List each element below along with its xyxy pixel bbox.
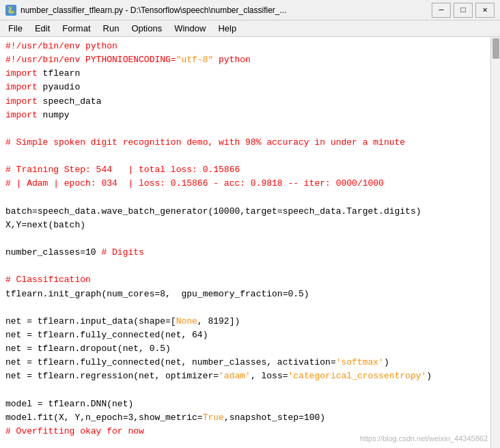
close-button[interactable]: ✕ xyxy=(475,3,495,18)
line-5: import speech_data xyxy=(5,95,485,109)
line-overfit: # Overfitting okay for now xyxy=(5,425,485,438)
line-xy: X,Y=next(batch) xyxy=(5,219,485,232)
menu-help[interactable]: Help xyxy=(212,22,242,35)
code-editor[interactable]: #!/usr/bin/env python #!/usr/bin/env PYT… xyxy=(0,37,490,448)
line-batch: batch=speech_data.wave_batch_generator(1… xyxy=(5,205,485,219)
editor-container: #!/usr/bin/env python #!/usr/bin/env PYT… xyxy=(0,37,500,448)
menu-run[interactable]: Run xyxy=(98,22,125,35)
maximize-button[interactable]: □ xyxy=(454,3,473,18)
line-classif: # Classification xyxy=(5,273,485,287)
menu-bar: File Edit Format Run Options Window Help xyxy=(0,20,500,37)
line-blank-8 xyxy=(5,438,485,448)
line-net2: net = tflearn.fully_connected(net, 64) xyxy=(5,328,485,342)
menu-file[interactable]: File xyxy=(3,22,28,35)
line-2: #!/usr/bin/env PYTHONIOENCODING="utf-8" … xyxy=(5,53,485,67)
line-blank-1 xyxy=(5,122,485,136)
minimize-button[interactable]: — xyxy=(432,3,451,18)
menu-edit[interactable]: Edit xyxy=(29,22,55,35)
menu-format[interactable]: Format xyxy=(57,22,96,35)
line-net5: net = tflearn.regression(net, optimizer=… xyxy=(5,369,485,383)
line-blank-3 xyxy=(5,191,485,205)
line-1: #!/usr/bin/env python xyxy=(5,40,485,53)
line-3: import tflearn xyxy=(5,67,485,81)
line-numclasses: number_classes=10 # Digits xyxy=(5,246,485,260)
line-blank-5 xyxy=(5,260,485,273)
line-comment-1: # Simple spoken digit recognition demo, … xyxy=(5,136,485,150)
line-blank-2 xyxy=(5,150,485,163)
title-bar: 🐍 number_classifier_tflearn.py - D:\Tens… xyxy=(0,0,500,20)
line-6: import numpy xyxy=(5,109,485,122)
scrollbar[interactable] xyxy=(490,37,500,448)
line-model1: model = tflearn.DNN(net) xyxy=(5,397,485,411)
menu-window[interactable]: Window xyxy=(169,22,211,35)
line-net4: net = tflearn.fully_connected(net, numbe… xyxy=(5,356,485,369)
app-icon: 🐍 xyxy=(5,5,16,16)
line-comment-3: # | Adam | epoch: 034 | loss: 0.15866 - … xyxy=(5,177,485,191)
line-blank-7 xyxy=(5,384,485,397)
scrollbar-thumb[interactable] xyxy=(492,38,499,59)
line-net1: net = tflearn.input_data(shape=[None, 81… xyxy=(5,315,485,328)
menu-options[interactable]: Options xyxy=(126,22,167,35)
line-4: import pyaudio xyxy=(5,81,485,94)
line-comment-2: # Training Step: 544 | total loss: 0.158… xyxy=(5,163,485,177)
line-model2: model.fit(X, Y,n_epoch=3,show_metric=Tru… xyxy=(5,411,485,425)
line-blank-6 xyxy=(5,301,485,315)
line-initgraph: tflearn.init_graph(num_cores=8, gpu_memo… xyxy=(5,288,485,301)
window-title: number_classifier_tflearn.py - D:\Tensor… xyxy=(20,5,287,15)
line-blank-4 xyxy=(5,232,485,246)
line-net3: net = tflearn.dropout(net, 0.5) xyxy=(5,342,485,356)
